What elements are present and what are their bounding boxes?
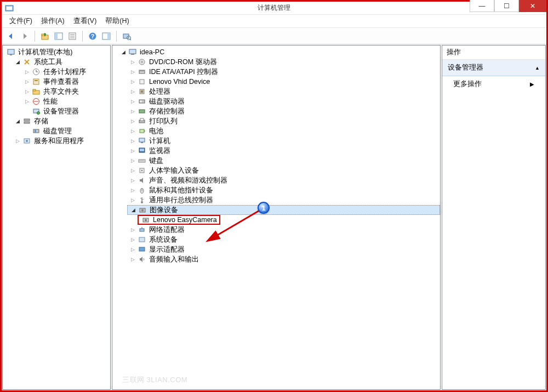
folder-shared-icon [32,87,41,96]
expand-arrow-icon[interactable]: ▷ [129,106,136,116]
expand-arrow-icon[interactable]: ▷ [129,67,136,77]
svg-rect-37 [129,49,136,54]
action-more[interactable]: 更多操作 ▶ [442,76,545,92]
device-display[interactable]: ▷显示适配器 [127,245,440,254]
expand-arrow-icon[interactable]: ◢ [130,205,136,215]
storage-controller-icon [138,107,146,116]
device-root[interactable]: ◢ idea-PC [118,47,440,57]
svg-point-70 [145,219,147,221]
expand-arrow-icon[interactable]: ◢ [14,57,21,67]
device-label: 人体学输入设备 [148,166,200,175]
svg-rect-18 [10,54,12,55]
expand-arrow-icon[interactable]: ▷ [129,96,136,106]
svg-rect-23 [33,79,39,84]
device-label: Lenovo EasyCamera [152,215,218,225]
expand-arrow-icon[interactable]: ▷ [24,96,30,106]
device-manager-pane[interactable]: ◢ idea-PC ▷DVD/CD-ROM 驱动器 ▷IDE ATA/ATAPI… [112,45,441,390]
menu-file[interactable]: 文件(F) [5,15,37,27]
expand-arrow-icon[interactable]: ▷ [129,156,136,166]
expand-arrow-icon[interactable]: ◢ [120,47,127,57]
expand-arrow-icon[interactable]: ▷ [129,166,136,175]
device-system-devices[interactable]: ▷系统设备 [127,235,440,245]
action-pane-button[interactable] [100,30,112,42]
menu-help[interactable]: 帮助(H) [101,15,133,27]
expand-arrow-icon[interactable]: ▷ [129,175,136,185]
device-disk-drives[interactable]: ▷磁盘驱动器 [127,96,440,106]
expand-arrow-icon[interactable]: ▷ [129,146,136,156]
expand-arrow-icon[interactable]: ▷ [129,126,136,136]
toolbar: ? [2,28,546,44]
tree-root[interactable]: 计算机管理(本地) [3,47,110,57]
close-button[interactable]: ✕ [519,0,546,12]
expand-arrow-icon[interactable]: ▷ [129,77,136,87]
action-label: 更多操作 [453,79,482,89]
device-computer[interactable]: ▷计算机 [127,136,440,146]
device-imaging[interactable]: ◢图像设备 [127,205,440,215]
scan-hardware-button[interactable] [121,30,133,42]
device-dvd[interactable]: ▷DVD/CD-ROM 驱动器 [127,57,440,67]
expand-arrow-icon[interactable]: ▷ [129,195,136,205]
expand-arrow-icon[interactable]: ▷ [24,77,30,87]
show-hide-tree-button[interactable] [53,30,65,42]
expand-arrow-icon[interactable]: ▷ [129,225,136,235]
minimize-button[interactable]: — [470,0,494,12]
expand-arrow-icon[interactable]: ▷ [129,87,136,96]
expand-arrow-icon[interactable]: ▷ [24,87,30,96]
menu-view[interactable]: 查看(V) [69,15,101,27]
device-keyboards[interactable]: ▷键盘 [127,156,440,166]
svg-rect-41 [139,70,145,73]
back-button[interactable] [5,30,17,42]
expand-arrow-icon[interactable]: ▷ [129,57,136,67]
expand-arrow-icon[interactable]: ▷ [129,116,136,126]
forward-button[interactable] [19,30,31,42]
tree-performance[interactable]: ▷性能 [21,96,110,106]
actions-section[interactable]: 设备管理器 ▲ [442,60,545,76]
device-lenovo-vhid[interactable]: ▷Lenovo Vhid Device [127,77,440,87]
dvd-icon [138,58,146,66]
tree-system-tools[interactable]: ◢ 系统工具 [12,57,110,67]
tree-task-scheduler[interactable]: ▷任务计划程序 [21,67,110,77]
properties-button[interactable] [66,30,78,42]
device-label: IDE ATA/ATAPI 控制器 [148,67,219,77]
expand-arrow-icon[interactable]: ▷ [129,245,136,254]
help-button[interactable]: ? [87,30,99,42]
device-monitors[interactable]: ▷监视器 [127,146,440,156]
expand-arrow-icon[interactable]: ▷ [14,136,21,146]
console-tree-pane[interactable]: 计算机管理(本地) ◢ 系统工具 ▷任务计划程序 ▷事件查看器 ▷共享文件夹 ▷… [2,45,111,390]
expand-arrow-icon[interactable]: ▷ [129,136,136,146]
menu-action[interactable]: 操作(A) [37,15,69,27]
expand-arrow-icon[interactable]: ▷ [129,235,136,245]
hid-device-icon [138,166,146,175]
device-mouse[interactable]: ▷鼠标和其他指针设备 [127,185,440,195]
tree-storage[interactable]: ◢ 存储 [12,116,110,126]
tree-services-apps[interactable]: ▷服务和应用程序 [12,136,110,146]
window-controls: — ☐ ✕ [470,0,546,12]
device-audio-io[interactable]: ▷音频输入和输出 [127,254,440,264]
up-button[interactable] [39,30,51,42]
device-batteries[interactable]: ▷电池 [127,126,440,136]
device-processors[interactable]: ▷处理器 [127,87,440,96]
tree-device-manager[interactable]: ▷设备管理器 [21,106,110,116]
device-ide[interactable]: ▷IDE ATA/ATAPI 控制器 [127,67,440,77]
device-print-queues[interactable]: ▷打印队列 [127,116,440,126]
expand-arrow-icon[interactable]: ▷ [129,254,136,264]
device-hid[interactable]: ▷人体学输入设备 [127,166,440,175]
expand-arrow-icon[interactable]: ▷ [24,67,30,77]
tree-shared-folders[interactable]: ▷共享文件夹 [21,87,110,96]
storage-icon [22,117,31,126]
device-sound[interactable]: ▷声音、视频和游戏控制器 [127,175,440,185]
maximize-button[interactable]: ☐ [494,0,519,12]
device-storage-controllers[interactable]: ▷存储控制器 [127,106,440,116]
device-network[interactable]: ▷网络适配器 [127,225,440,235]
collapse-icon[interactable]: ▲ [535,65,540,71]
device-usb[interactable]: ▷通用串行总线控制器 [127,195,440,205]
tree-disk-management[interactable]: ▷磁盘管理 [21,126,110,136]
device-label: 显示适配器 [148,245,186,254]
device-easycamera[interactable]: Lenovo EasyCamera [136,215,440,225]
system-device-icon [138,235,146,244]
expand-arrow-icon[interactable]: ▷ [129,185,136,195]
tree-event-viewer[interactable]: ▷事件查看器 [21,77,110,87]
expand-arrow-icon[interactable]: ◢ [14,116,21,126]
tree-label: 系统工具 [33,57,64,67]
sound-icon [138,176,146,185]
